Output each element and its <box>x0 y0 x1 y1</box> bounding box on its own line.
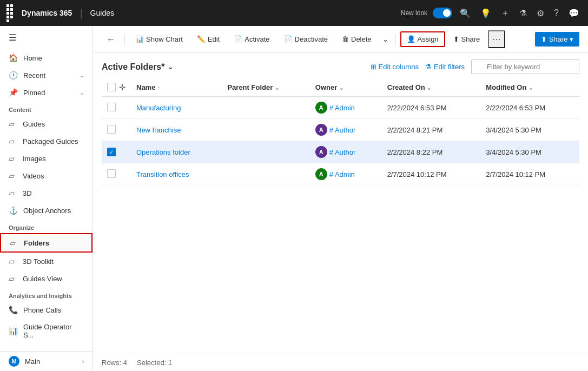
columns-icon: ⊞ <box>371 63 376 71</box>
folder-name-link[interactable]: Operations folder <box>136 148 190 156</box>
hamburger-menu[interactable]: ☰ <box>0 26 93 49</box>
sidebar-item-videos[interactable]: ▱ Videos <box>0 167 93 184</box>
delete-button[interactable]: 🗑 Delete <box>336 32 378 47</box>
sidebar-item-label: Packaged Guides <box>23 137 78 145</box>
share-primary-button[interactable]: ⬆ Share ▾ <box>535 32 579 47</box>
back-button[interactable]: ← <box>102 32 120 47</box>
edit-button[interactable]: ✏️ Edit <box>191 32 226 47</box>
checkbox-cell[interactable] <box>102 163 131 186</box>
table-row[interactable]: ✓ Operations folder A # Author 2/2/2024 … <box>102 141 579 163</box>
plus-icon[interactable]: ＋ <box>499 5 512 21</box>
chat-icon[interactable]: 💬 <box>566 6 582 21</box>
column-created-on[interactable]: Created On ⌄ <box>382 78 481 96</box>
title-dropdown-icon[interactable]: ⌄ <box>168 63 173 71</box>
column-parent-folder[interactable]: Parent Folder ⌄ <box>222 78 309 96</box>
modified-on-cell: 3/4/2024 5:30 PM <box>480 119 579 141</box>
settings-icon[interactable]: ⚙ <box>534 6 546 21</box>
sidebar-item-3d[interactable]: ▱ 3D <box>0 184 93 202</box>
parent-folder-cell <box>222 96 309 119</box>
sidebar-item-main[interactable]: M Main › <box>0 351 93 371</box>
activate-button[interactable]: 📄 Activate <box>228 32 275 47</box>
column-name[interactable]: Name ↑ <box>131 78 222 96</box>
share-icon: ⬆ <box>453 35 459 43</box>
assign-button[interactable]: 👤 Assign <box>400 31 445 47</box>
filter-input[interactable] <box>471 59 579 74</box>
owner-link[interactable]: # Author <box>329 126 355 134</box>
row-checkbox[interactable] <box>107 103 116 111</box>
select-all-checkbox[interactable] <box>107 83 116 91</box>
checkbox-cell[interactable] <box>102 96 131 119</box>
parent-folder-cell <box>222 163 309 186</box>
sidebar-item-images[interactable]: ▱ Images <box>0 150 93 167</box>
sidebar-item-phone-calls[interactable]: 📞 Phone Calls <box>0 301 93 319</box>
main-avatar: M <box>9 356 19 367</box>
sidebar-item-recent[interactable]: 🕐 Recent ⌄ <box>0 67 93 84</box>
folder-name-link[interactable]: Manufacturing <box>136 104 181 112</box>
owner-link[interactable]: # Admin <box>329 104 355 112</box>
rows-count: Rows: 4 <box>102 359 127 367</box>
share-button[interactable]: ⬆ Share <box>447 32 486 47</box>
sidebar-item-guides-view[interactable]: ▱ Guides View <box>0 270 93 287</box>
owner-avatar: A <box>315 102 327 114</box>
column-modified-on[interactable]: Modified On ⌄ <box>480 78 579 96</box>
sidebar-item-label: Guides View <box>23 275 62 283</box>
name-cell[interactable]: Transition offices <box>131 163 222 186</box>
new-look-toggle[interactable] <box>433 8 452 18</box>
table-row[interactable]: Transition offices A # Admin 2/7/2024 10… <box>102 163 579 186</box>
modified-on-cell: 2/7/2024 10:12 PM <box>480 163 579 186</box>
table-row[interactable]: New franchise A # Author 2/2/2024 8:21 P… <box>102 119 579 141</box>
sidebar-item-pinned[interactable]: 📌 Pinned ⌄ <box>0 84 93 101</box>
modified-sort-icon: ⌄ <box>528 85 533 91</box>
select-all-header[interactable]: ⊹ <box>102 78 131 96</box>
show-chart-button[interactable]: 📊 Show Chart <box>129 32 189 47</box>
filter-icon: ⚗ <box>425 63 432 71</box>
modified-on-cell: 2/22/2024 6:53 PM <box>480 96 579 119</box>
created-sort-icon: ⌄ <box>427 85 431 91</box>
folder-name-link[interactable]: Transition offices <box>136 170 189 178</box>
filter-wrapper: 🔍 <box>471 59 579 74</box>
name-cell[interactable]: New franchise <box>131 119 222 141</box>
owner-cell: A # Author <box>310 119 382 141</box>
deactivate-icon: 📄 <box>284 35 293 43</box>
lightbulb-icon[interactable]: 💡 <box>478 6 493 21</box>
sidebar-item-packaged-guides[interactable]: ▱ Packaged Guides <box>0 132 93 150</box>
sidebar-item-guide-operator[interactable]: 📊 Guide Operator S... <box>0 319 93 343</box>
edit-filters-button[interactable]: ⚗ Edit filters <box>425 63 465 71</box>
column-owner[interactable]: Owner ⌄ <box>310 78 382 96</box>
sidebar-item-folders[interactable]: ▱ Folders <box>0 233 93 253</box>
checkbox-cell[interactable]: ✓ <box>102 141 131 163</box>
sidebar-item-3d-toolkit[interactable]: ▱ 3D Toolkit <box>0 253 93 270</box>
sidebar-item-label: Pinned <box>23 89 45 97</box>
more-actions-button[interactable]: ⋯ <box>488 30 505 48</box>
owner-link[interactable]: # Admin <box>329 170 355 178</box>
name-cell[interactable]: Manufacturing <box>131 96 222 119</box>
sidebar-item-label: 3D <box>23 189 32 197</box>
delete-icon: 🗑 <box>342 35 349 43</box>
apps-grid-icon[interactable] <box>6 4 16 22</box>
deactivate-button[interactable]: 📄 Deactivate <box>278 32 334 47</box>
sidebar-item-label: Videos <box>23 172 44 180</box>
funnel-icon[interactable]: ⚗ <box>517 6 529 21</box>
row-checkbox[interactable] <box>107 125 116 134</box>
sidebar-item-guides[interactable]: ▱ Guides <box>0 115 93 132</box>
help-icon[interactable]: ? <box>552 6 561 20</box>
anchor-icon: ⚓ <box>9 206 18 215</box>
table-row[interactable]: Manufacturing A # Admin 2/22/2024 6:53 P… <box>102 96 579 119</box>
row-checkbox[interactable]: ✓ <box>107 148 116 156</box>
owner-link[interactable]: # Author <box>329 148 355 156</box>
folder-name-link[interactable]: New franchise <box>136 126 181 134</box>
checkbox-cell[interactable] <box>102 119 131 141</box>
parent-folder-cell <box>222 119 309 141</box>
name-cell[interactable]: Operations folder <box>131 141 222 163</box>
sidebar-item-home[interactable]: 🏠 Home <box>0 49 93 67</box>
edit-icon: ✏️ <box>197 35 206 43</box>
edit-columns-button[interactable]: ⊞ Edit columns <box>371 63 419 71</box>
search-icon[interactable]: 🔍 <box>458 6 473 21</box>
owner-cell: A # Author <box>310 141 382 163</box>
more-dropdown-button[interactable]: ⌄ <box>380 32 391 47</box>
row-checkbox[interactable] <box>107 169 116 178</box>
owner-avatar: A <box>315 124 327 136</box>
selected-count: Selected: 1 <box>137 359 172 367</box>
sidebar-item-label: Guide Operator S... <box>23 323 84 339</box>
sidebar-item-object-anchors[interactable]: ⚓ Object Anchors <box>0 202 93 219</box>
